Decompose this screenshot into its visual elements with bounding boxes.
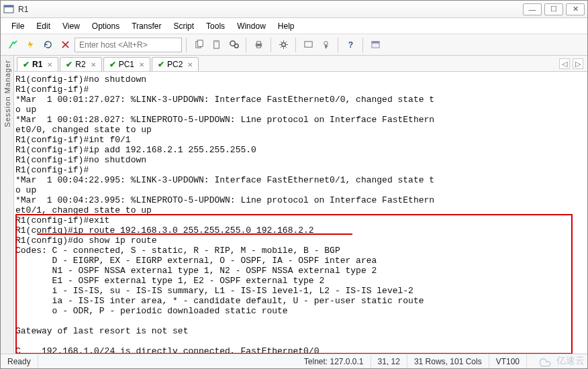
window-title: R1 xyxy=(18,5,523,14)
status-cursor: 31, 12 xyxy=(371,354,407,368)
close-tab-icon[interactable]: ✕ xyxy=(47,61,52,68)
menu-tools[interactable]: Tools xyxy=(201,19,230,33)
session-manager-tab[interactable]: Session Manager xyxy=(1,56,14,354)
maximize-icon: ☐ xyxy=(550,5,557,13)
settings-icon[interactable] xyxy=(275,37,291,53)
terminal-output[interactable]: R1(config-if)#no shutdown R1(config-if)#… xyxy=(14,72,587,354)
tab-pc2[interactable]: ✔ PC2 ✕ xyxy=(152,57,199,71)
tab-scroll-right[interactable]: ▷ xyxy=(573,58,583,69)
connect-icon[interactable] xyxy=(5,37,21,53)
close-tab-icon[interactable]: ✕ xyxy=(91,61,96,68)
menu-help[interactable]: Help xyxy=(273,19,300,33)
close-icon: ✕ xyxy=(573,5,579,13)
maximize-button[interactable]: ☐ xyxy=(544,3,563,15)
tab-label: PC2 xyxy=(167,60,183,69)
status-ready: Ready xyxy=(1,354,38,368)
tab-scroll-left[interactable]: ◁ xyxy=(559,58,570,69)
close-tab-icon[interactable]: ✕ xyxy=(139,61,144,68)
title-bar: R1 — ☐ ✕ xyxy=(1,1,587,18)
tab-pc1[interactable]: ✔ PC1 ✕ xyxy=(103,57,150,71)
minimize-button[interactable]: — xyxy=(523,3,542,15)
print-icon[interactable] xyxy=(250,37,266,53)
svg-rect-17 xyxy=(325,46,328,46)
tab-r2[interactable]: ✔ R2 ✕ xyxy=(60,57,101,71)
status-bar: Ready Telnet: 127.0.0.1 31, 12 31 Rows, … xyxy=(1,354,587,368)
status-emulation: VT100 xyxy=(489,354,527,368)
new-tab-icon[interactable] xyxy=(367,37,383,53)
check-icon: ✔ xyxy=(158,60,164,69)
find-icon[interactable] xyxy=(226,37,242,53)
help-icon[interactable]: ? xyxy=(342,37,358,53)
session-tab-bar: ✔ R1 ✕ ✔ R2 ✕ ✔ PC1 ✕ ✔ PC2 ✕ xyxy=(14,56,587,72)
svg-rect-11 xyxy=(256,42,260,44)
check-icon: ✔ xyxy=(66,60,72,69)
status-telnet: Telnet: 127.0.0.1 xyxy=(297,354,371,368)
copy-icon[interactable] xyxy=(191,37,207,53)
svg-rect-7 xyxy=(215,40,217,42)
menu-script[interactable]: Script xyxy=(168,19,199,33)
reconnect-icon[interactable] xyxy=(40,37,56,53)
disconnect-icon[interactable] xyxy=(57,37,73,53)
svg-rect-5 xyxy=(197,40,203,46)
session-icon[interactable] xyxy=(300,37,316,53)
svg-point-13 xyxy=(281,43,285,47)
menu-file[interactable]: File xyxy=(6,19,30,33)
paste-icon[interactable] xyxy=(208,37,224,53)
svg-rect-14 xyxy=(304,42,311,47)
check-icon: ✔ xyxy=(109,60,116,69)
svg-point-9 xyxy=(234,44,238,48)
svg-rect-1 xyxy=(4,5,13,7)
session-manager-label: Session Manager xyxy=(3,60,11,127)
menu-bar: File Edit View Options Transfer Script T… xyxy=(1,18,587,34)
tab-label: PC1 xyxy=(119,60,134,69)
close-tab-icon[interactable]: ✕ xyxy=(187,61,193,68)
menu-transfer[interactable]: Transfer xyxy=(126,19,166,33)
minimize-icon: — xyxy=(529,5,536,13)
svg-text:?: ? xyxy=(348,40,352,50)
menu-options[interactable]: Options xyxy=(87,19,125,33)
tab-r1[interactable]: ✔ R1 ✕ xyxy=(17,57,58,71)
close-button[interactable]: ✕ xyxy=(566,3,585,15)
toolbar: ? xyxy=(1,34,587,56)
keymap-icon[interactable] xyxy=(317,37,334,53)
svg-rect-20 xyxy=(371,42,379,44)
host-input[interactable] xyxy=(75,38,182,52)
app-icon xyxy=(3,4,14,15)
tab-label: R1 xyxy=(32,60,42,69)
menu-edit[interactable]: Edit xyxy=(31,19,56,33)
status-size: 31 Rows, 101 Cols xyxy=(407,354,489,368)
menu-view[interactable]: View xyxy=(57,19,85,33)
terminal-area: R1(config-if)#no shutdown R1(config-if)#… xyxy=(14,72,587,354)
tab-label: R2 xyxy=(75,60,85,69)
svg-rect-12 xyxy=(256,46,260,48)
check-icon: ✔ xyxy=(23,60,30,69)
menu-window[interactable]: Window xyxy=(232,19,271,33)
quick-connect-icon[interactable] xyxy=(22,37,38,53)
